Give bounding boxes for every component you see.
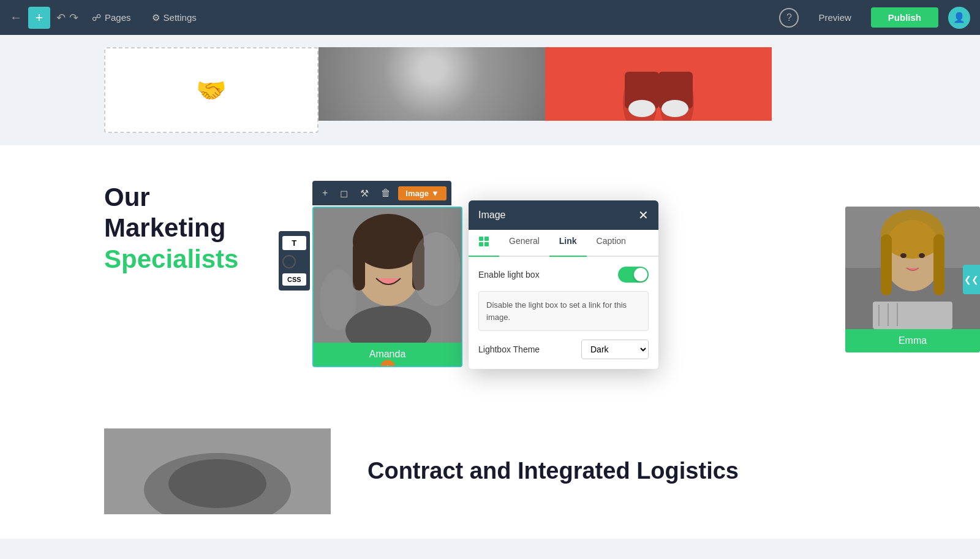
marketing-text-block: Our Marketing Specialists — [104, 182, 276, 275]
bullet-tool[interactable] — [282, 255, 296, 268]
svg-point-44 — [168, 459, 266, 508]
topbar-left: ← + ↶ ↷ ☍ Pages ⚙ Settings — [10, 7, 204, 29]
add-element-button[interactable]: + — [28, 7, 50, 29]
svg-point-22 — [412, 232, 461, 306]
dialog-header: Image ✕ — [469, 200, 658, 230]
svg-rect-5 — [415, 85, 424, 94]
dialog-tab-caption[interactable]: Caption — [587, 230, 636, 257]
settings-label: Settings — [164, 12, 197, 23]
svg-rect-34 — [933, 234, 944, 295]
svg-rect-25 — [479, 237, 483, 241]
preview-button[interactable]: Preview — [809, 9, 861, 26]
svg-point-15 — [628, 100, 655, 117]
lightbox-toggle-row: Enable light box — [478, 267, 649, 283]
marketing-text: Marketing — [104, 213, 276, 243]
canvas: 🤝 — [0, 35, 980, 539]
page-icon: ☍ — [92, 12, 101, 23]
svg-rect-28 — [484, 242, 489, 246]
back-button[interactable]: ← — [10, 10, 22, 25]
handshake-icon: 🤝 — [196, 76, 227, 105]
svg-rect-2 — [417, 59, 447, 82]
amanda-card[interactable]: Amanda ↕ — [312, 207, 462, 367]
svg-rect-6 — [426, 83, 434, 91]
left-sidebar-tools: T CSS — [279, 231, 310, 291]
toggle-knob — [634, 268, 647, 281]
lightbox-toggle[interactable] — [618, 267, 649, 283]
svg-point-35 — [900, 253, 907, 258]
theme-select-row: Lightbox Theme Dark Light — [478, 340, 649, 359]
svg-rect-4 — [404, 81, 413, 89]
svg-rect-7 — [436, 86, 444, 94]
emma-name: Emma — [845, 329, 980, 352]
svg-rect-38 — [873, 302, 952, 329]
pages-menu[interactable]: ☍ Pages — [85, 9, 138, 27]
svg-point-1 — [415, 48, 449, 83]
bottom-image — [104, 428, 331, 514]
our-text: Our — [104, 182, 276, 213]
delete-widget-button[interactable]: 🗑 — [376, 185, 396, 201]
settings-icon: ⚙ — [152, 12, 160, 23]
svg-rect-9 — [456, 85, 465, 93]
bottom-heading: Contract and Integrated Logistics — [368, 456, 739, 486]
theme-label: Lightbox Theme — [478, 344, 540, 354]
specialists-text: Specialists — [104, 244, 276, 275]
svg-rect-33 — [881, 234, 892, 295]
publish-button[interactable]: Publish — [871, 7, 938, 28]
dialog-body: Enable light box Disable the light box t… — [469, 257, 658, 369]
theme-select[interactable]: Dark Light — [581, 340, 649, 359]
undo-redo-group: ↶ ↷ — [56, 11, 78, 25]
svg-rect-0 — [318, 47, 545, 121]
add-widget-button[interactable]: + — [317, 185, 333, 201]
handshake-card: 🤝 — [104, 47, 318, 133]
dialog-tab-icon[interactable] — [469, 230, 499, 257]
top-images-section: 🤝 — [0, 35, 980, 145]
image-type-tag[interactable]: Image ▼ — [398, 186, 446, 200]
topbar: ← + ↶ ↷ ☍ Pages ⚙ Settings ? Preview Pub… — [0, 0, 980, 35]
svg-rect-27 — [479, 242, 483, 246]
bottom-section: Contract and Integrated Logistics — [0, 404, 980, 539]
svg-rect-8 — [446, 82, 455, 91]
top-gray-image — [318, 47, 545, 121]
amanda-image — [314, 208, 461, 343]
svg-rect-26 — [484, 237, 489, 241]
lightbox-info: Disable the light box to set a link for … — [478, 291, 649, 331]
image-tag-label: Image — [405, 189, 429, 198]
lightbox-label: Enable light box — [478, 270, 540, 280]
top-red-image — [545, 47, 772, 121]
user-avatar[interactable]: 👤 — [948, 7, 970, 29]
settings-widget-button[interactable]: ⚒ — [355, 185, 374, 202]
team-cards-area: + ◻ ⚒ 🗑 Image ▼ T CSS — [312, 207, 876, 367]
topbar-right: ? Preview Publish 👤 — [779, 7, 970, 29]
text-tool-button[interactable]: T — [282, 236, 306, 250]
dialog-tab-general[interactable]: General — [499, 230, 549, 257]
svg-rect-3 — [392, 84, 402, 94]
undo-button[interactable]: ↶ — [56, 11, 66, 25]
css-tool-button[interactable]: CSS — [282, 273, 306, 286]
dialog-tabs: General Link Caption — [469, 230, 658, 257]
help-button[interactable]: ? — [779, 8, 799, 28]
widget-toolbar: + ◻ ⚒ 🗑 Image ▼ — [312, 181, 451, 205]
dialog-tab-link[interactable]: Link — [549, 230, 587, 257]
side-collapse-button[interactable]: ❮❮ — [963, 265, 980, 294]
redo-button[interactable]: ↷ — [69, 11, 78, 25]
pages-label: Pages — [105, 12, 131, 23]
settings-menu[interactable]: ⚙ Settings — [145, 9, 204, 27]
svg-point-16 — [662, 100, 688, 117]
emma-card[interactable]: Emma — [845, 207, 980, 352]
image-dialog: Image ✕ General Link Caption — [469, 200, 658, 369]
chevron-down-icon: ▼ — [431, 189, 439, 198]
svg-rect-20 — [353, 241, 365, 291]
dialog-title: Image — [478, 210, 505, 221]
marketing-section: Our Marketing Specialists + ◻ ⚒ 🗑 Image … — [0, 145, 980, 404]
emma-image — [845, 207, 980, 329]
copy-widget-button[interactable]: ◻ — [335, 185, 353, 202]
svg-point-36 — [919, 253, 925, 258]
dialog-close-button[interactable]: ✕ — [638, 208, 649, 222]
